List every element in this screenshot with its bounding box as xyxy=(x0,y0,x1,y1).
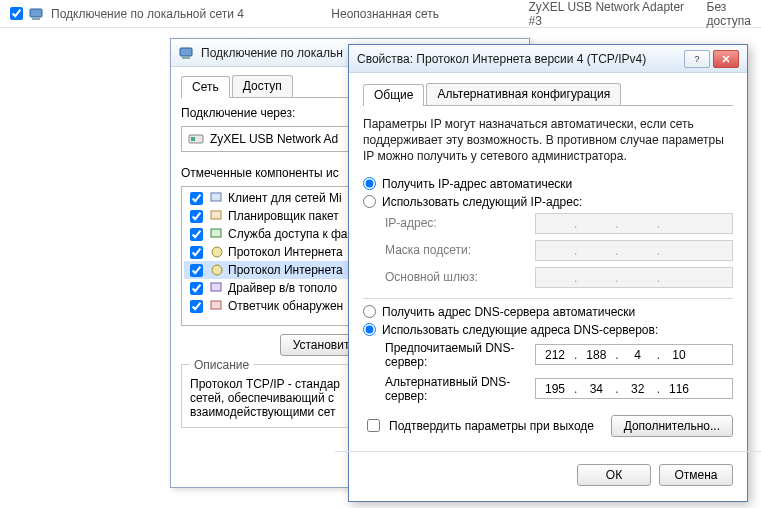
network-adapter-icon xyxy=(179,45,195,61)
subnet-mask-input: ... xyxy=(535,240,733,261)
dns-pref-oct1[interactable] xyxy=(536,345,574,364)
tab-general[interactable]: Общие xyxy=(363,84,424,106)
window-title: Подключение по локальн xyxy=(201,46,343,60)
ip-auto-label: Получить IP-адрес автоматически xyxy=(382,177,572,191)
subnet-mask-label: Маска подсети: xyxy=(385,243,535,257)
dns-pref-oct4[interactable] xyxy=(660,345,698,364)
component-checkbox[interactable] xyxy=(190,210,203,223)
component-checkbox[interactable] xyxy=(190,300,203,313)
component-checkbox[interactable] xyxy=(190,192,203,205)
tab-alt-config[interactable]: Альтернативная конфигурация xyxy=(426,83,621,105)
svg-point-9 xyxy=(212,247,222,257)
svg-rect-12 xyxy=(211,301,221,309)
close-icon xyxy=(721,54,731,64)
protocol-icon xyxy=(210,263,224,277)
connection-list-row: Подключение по локальной сети 4 Неопозна… xyxy=(0,0,761,28)
svg-rect-7 xyxy=(211,211,221,219)
dns-alt-input[interactable]: . . . xyxy=(535,378,733,399)
ip-auto-radio[interactable] xyxy=(363,177,376,190)
titlebar[interactable]: Свойства: Протокол Интернета версии 4 (T… xyxy=(349,45,747,73)
svg-rect-1 xyxy=(32,18,40,20)
svg-rect-3 xyxy=(182,57,190,59)
svg-rect-11 xyxy=(211,283,221,291)
svg-rect-8 xyxy=(211,229,221,237)
advanced-button[interactable]: Дополнительно... xyxy=(611,415,733,437)
connection-status: Неопознанная сеть xyxy=(331,7,439,21)
tab-sharing[interactable]: Доступ xyxy=(232,75,293,97)
validate-checkbox[interactable] xyxy=(367,419,380,432)
ip-manual-radio[interactable] xyxy=(363,195,376,208)
svg-text:?: ? xyxy=(694,54,699,64)
dns-auto-radio[interactable] xyxy=(363,305,376,318)
scheduler-icon xyxy=(210,209,224,223)
ipv4-description: Параметры IP могут назначаться автоматич… xyxy=(363,116,733,165)
tab-network[interactable]: Сеть xyxy=(181,76,230,98)
dns-alt-oct3[interactable] xyxy=(619,379,657,398)
adapter-name: ZyXEL USB Network Ad xyxy=(210,132,338,146)
client-icon xyxy=(210,191,224,205)
ipv4-properties-window: Свойства: Протокол Интернета версии 4 (T… xyxy=(348,44,748,502)
connection-checkbox[interactable] xyxy=(10,7,23,20)
description-label: Описание xyxy=(190,358,253,372)
tabstrip: Общие Альтернативная конфигурация xyxy=(363,83,733,106)
svg-rect-6 xyxy=(211,193,221,201)
connection-adapter: ZyXEL USB Network Adapter #3 xyxy=(528,0,700,28)
help-button[interactable]: ? xyxy=(684,50,710,68)
close-button[interactable] xyxy=(713,50,739,68)
ip-manual-label: Использовать следующий IP-адрес: xyxy=(382,195,582,209)
dns-alt-oct2[interactable] xyxy=(577,379,615,398)
svg-rect-2 xyxy=(180,48,192,56)
responder-icon xyxy=(210,299,224,313)
svg-rect-0 xyxy=(30,9,42,17)
ok-button[interactable]: ОК xyxy=(577,464,651,486)
driver-icon xyxy=(210,281,224,295)
svg-rect-5 xyxy=(191,137,195,141)
window-title: Свойства: Протокол Интернета версии 4 (T… xyxy=(357,52,646,66)
nic-icon xyxy=(188,131,204,147)
dns-pref-oct2[interactable] xyxy=(577,345,615,364)
gateway-input: ... xyxy=(535,267,733,288)
network-adapter-icon xyxy=(29,6,45,22)
validate-label: Подтвердить параметры при выходе xyxy=(389,419,594,433)
dns-alt-label: Альтернативный DNS-сервер: xyxy=(385,375,535,403)
dns-alt-oct1[interactable] xyxy=(536,379,574,398)
svg-point-10 xyxy=(212,265,222,275)
connection-name: Подключение по локальной сети 4 xyxy=(51,7,244,21)
cancel-button[interactable]: Отмена xyxy=(659,464,733,486)
component-checkbox[interactable] xyxy=(190,264,203,277)
component-checkbox[interactable] xyxy=(190,246,203,259)
dns-auto-label: Получить адрес DNS-сервера автоматически xyxy=(382,305,635,319)
component-checkbox[interactable] xyxy=(190,228,203,241)
dns-manual-label: Использовать следующие адреса DNS-сервер… xyxy=(382,323,658,337)
protocol-icon xyxy=(210,245,224,259)
dns-pref-label: Предпочитаемый DNS-сервер: xyxy=(385,341,535,369)
ip-address-label: IP-адрес: xyxy=(385,216,535,230)
component-checkbox[interactable] xyxy=(190,282,203,295)
dns-pref-input[interactable]: . . . xyxy=(535,344,733,365)
ip-fields: IP-адрес: ... Маска подсети: ... Основно… xyxy=(385,213,733,288)
dns-manual-radio[interactable] xyxy=(363,323,376,336)
fileshare-icon xyxy=(210,227,224,241)
dns-alt-oct4[interactable] xyxy=(660,379,698,398)
dns-fields: Предпочитаемый DNS-сервер: . . . Альтерн… xyxy=(385,341,733,403)
ip-address-input: ... xyxy=(535,213,733,234)
help-icon: ? xyxy=(692,54,702,64)
connection-access: Без доступа xyxy=(707,0,751,28)
dns-pref-oct3[interactable] xyxy=(619,345,657,364)
gateway-label: Основной шлюз: xyxy=(385,270,535,284)
